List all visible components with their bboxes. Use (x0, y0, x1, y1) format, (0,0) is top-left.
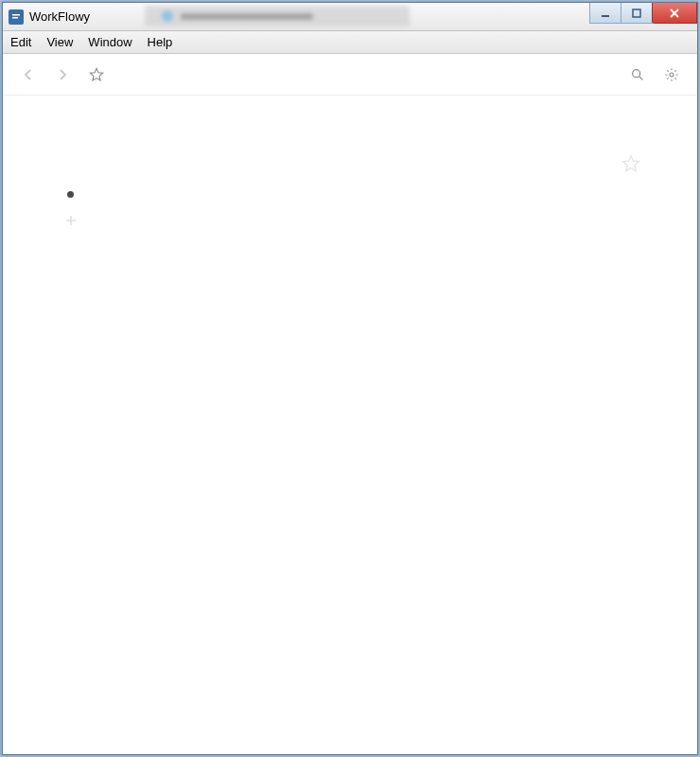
svg-rect-3 (633, 9, 640, 17)
background-tab-blur (145, 6, 410, 26)
forward-button[interactable] (54, 66, 71, 83)
content-area (3, 96, 697, 754)
window-controls (590, 3, 697, 24)
menu-window[interactable]: Window (88, 35, 131, 49)
menu-view[interactable]: View (46, 35, 73, 49)
app-icon (9, 9, 24, 25)
back-button[interactable] (20, 66, 37, 83)
titlebar: WorkFlowy (3, 3, 697, 31)
svg-point-6 (670, 73, 674, 77)
bullet-item[interactable] (60, 181, 640, 207)
svg-line-5 (639, 77, 642, 79)
app-window: WorkFlowy Edit View Window Help (2, 2, 698, 755)
bullet-dot-icon[interactable] (67, 191, 74, 198)
svg-rect-0 (12, 14, 20, 16)
menubar: Edit View Window Help (3, 31, 697, 54)
menu-help[interactable]: Help (148, 35, 173, 49)
svg-rect-1 (12, 17, 18, 19)
window-title: WorkFlowy (29, 9, 90, 24)
bullet-text-input[interactable] (85, 185, 640, 202)
close-button[interactable] (652, 3, 697, 24)
svg-point-4 (633, 69, 640, 77)
add-item-row[interactable] (60, 207, 640, 234)
toolbar (3, 54, 697, 96)
page-star-icon[interactable] (621, 154, 640, 176)
left-edge-shadow (0, 53, 4, 755)
star-icon[interactable] (88, 66, 105, 83)
maximize-button[interactable] (621, 3, 653, 24)
search-icon[interactable] (629, 66, 646, 83)
minimize-button[interactable] (589, 3, 621, 24)
plus-icon (64, 214, 78, 227)
gear-icon[interactable] (663, 66, 680, 83)
menu-edit[interactable]: Edit (10, 35, 31, 49)
svg-rect-2 (602, 15, 609, 17)
